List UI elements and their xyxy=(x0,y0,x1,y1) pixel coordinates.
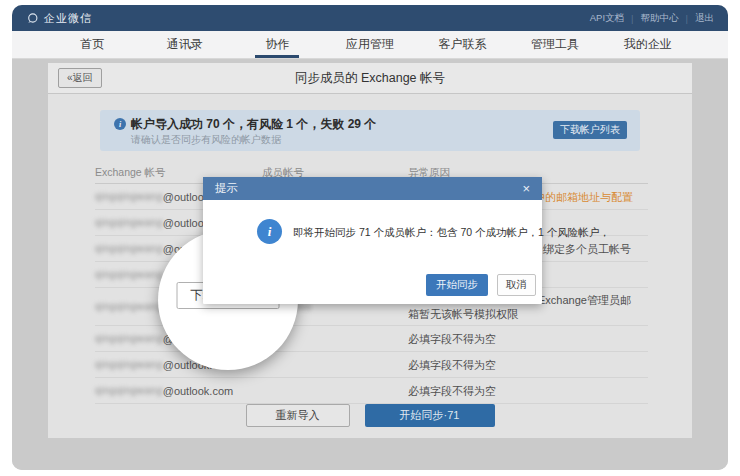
card-header: «返回 同步成员的 Exchange 帐号 xyxy=(48,63,692,94)
top-link-separator: | xyxy=(686,13,688,24)
blurred-username: qingqingwang xyxy=(95,243,163,254)
nav-tab-0[interactable]: 首页 xyxy=(52,31,132,58)
blurred-username: qingqingwang xyxy=(95,217,163,228)
banner-subtitle: 请确认是否同步有风险的帐户数据 xyxy=(131,133,281,147)
nav-tab-5[interactable]: 管理工具 xyxy=(515,31,595,58)
modal-message: 即将开始同步 71 个成员帐户：包含 70 个成功帐户，1 个风险帐户， xyxy=(293,226,610,240)
banner-title: 帐户导入成功 70 个，有风险 1 个，失败 29 个 xyxy=(131,116,376,133)
modal-footer: 开始同步 取消 xyxy=(426,274,536,296)
wework-logo-icon xyxy=(26,12,39,25)
error-reason-text: 箱暂无该帐号模拟权限 xyxy=(408,307,648,321)
modal-info-icon: i xyxy=(257,219,282,244)
member-account-cell xyxy=(262,378,402,403)
top-bar: 企业微信 API文档|帮助中心|退出 xyxy=(12,5,728,31)
reimport-button[interactable]: 重新导入 xyxy=(246,404,350,427)
nav-tab-3[interactable]: 应用管理 xyxy=(330,31,410,58)
email-domain: @outlook.com xyxy=(163,385,233,397)
brand: 企业微信 xyxy=(26,11,92,26)
member-account-cell xyxy=(262,352,402,377)
nav-tab-6[interactable]: 我的企业 xyxy=(608,31,688,58)
nav-bar: 首页通讯录协作应用管理客户联系管理工具我的企业 xyxy=(12,31,728,59)
error-reason-cell: 必填字段不得为空 xyxy=(408,326,648,351)
card-footer: 重新导入 开始同步·71 xyxy=(48,404,692,427)
nav-tab-1[interactable]: 通讯录 xyxy=(145,31,225,58)
blurred-username: qingqingwang xyxy=(95,333,163,344)
error-reason-text: 必填字段不得为空 xyxy=(408,384,648,398)
top-link[interactable]: API文档 xyxy=(590,12,624,25)
start-sync-footer-button[interactable]: 开始同步·71 xyxy=(365,404,495,427)
modal-header: 提示 × xyxy=(203,177,542,200)
modal-title: 提示 xyxy=(215,181,238,196)
error-reason-text: 必填字段不得为空 xyxy=(408,332,648,346)
confirm-sync-modal: 提示 × i 即将开始同步 71 个成员帐户：包含 70 个成功帐户，1 个风险… xyxy=(203,177,542,304)
screenshot-stage: 企业微信 API文档|帮助中心|退出 首页通讯录协作应用管理客户联系管理工具我的… xyxy=(0,0,740,476)
nav-tab-2[interactable]: 协作 xyxy=(237,31,317,58)
modal-cancel-button[interactable]: 取消 xyxy=(497,274,536,296)
info-icon: i xyxy=(114,118,126,130)
blurred-username: qingqingwang xyxy=(95,191,163,202)
blurred-username: qingqingwang xyxy=(95,359,163,370)
error-reason-cell: 必填字段不得为空 xyxy=(408,352,648,377)
brand-name: 企业微信 xyxy=(44,11,92,26)
download-account-list-button[interactable]: 下载帐户列表 xyxy=(553,121,627,139)
top-link[interactable]: 帮助中心 xyxy=(641,12,679,25)
close-icon[interactable]: × xyxy=(522,182,530,195)
top-link[interactable]: 退出 xyxy=(695,12,714,25)
blurred-username: qingqingwang xyxy=(95,385,163,396)
table-row: qingqingwang@outlook.com必填字段不得为空 xyxy=(95,352,648,378)
modal-start-sync-button[interactable]: 开始同步 xyxy=(426,274,488,296)
blurred-username: qingqingwang xyxy=(95,301,163,312)
table-row: qingqingwang@outlook.com必填字段不得为空 xyxy=(95,378,648,404)
nav-tab-4[interactable]: 客户联系 xyxy=(423,31,503,58)
blurred-username: qingqingwang xyxy=(95,269,163,280)
error-reason-text: 必填字段不得为空 xyxy=(408,358,648,372)
error-reason-cell: 必填字段不得为空 xyxy=(408,378,648,403)
top-link-separator: | xyxy=(631,13,633,24)
page-title: 同步成员的 Exchange 帐号 xyxy=(48,63,692,94)
column-header-exchange-account: Exchange 帐号 xyxy=(95,166,166,180)
exchange-account-cell: qingqingwang@outlook.com xyxy=(95,378,255,403)
top-links: API文档|帮助中心|退出 xyxy=(590,12,714,25)
import-result-banner: i 帐户导入成功 70 个，有风险 1 个，失败 29 个 请确认是否同步有风险… xyxy=(100,110,640,151)
app-window: 企业微信 API文档|帮助中心|退出 首页通讯录协作应用管理客户联系管理工具我的… xyxy=(12,5,728,470)
